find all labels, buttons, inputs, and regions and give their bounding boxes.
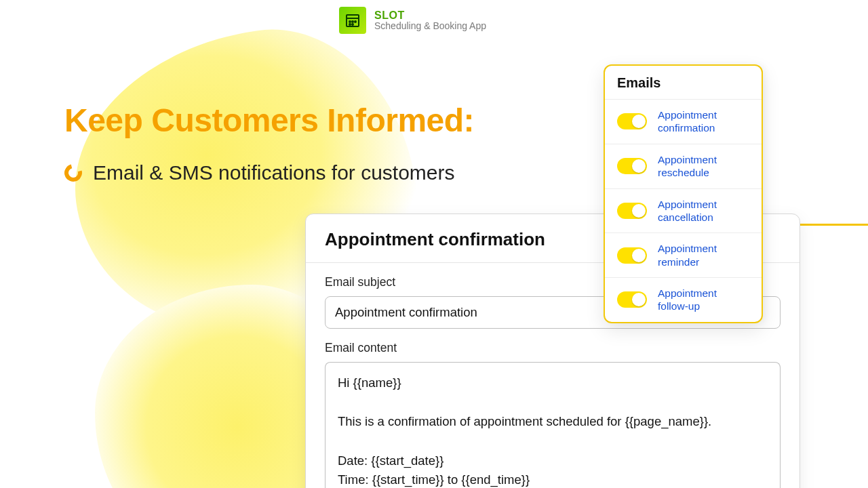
svg-point-3 [352,21,353,22]
emails-row-label: Appointment cancellation [658,198,749,224]
bullet-ring-icon [61,161,85,185]
brand-subtitle: Scheduling & Booking App [374,20,486,31]
svg-point-4 [355,21,356,22]
emails-row-cancellation[interactable]: Appointment cancellation [605,188,762,233]
emails-row-follow-up[interactable]: Appointment follow-up [605,277,762,322]
emails-panel: Emails Appointment confirmation Appointm… [604,64,763,323]
emails-row-reschedule[interactable]: Appointment reschedule [605,144,762,188]
email-content-label: Email content [325,341,781,355]
toggle-appointment-reschedule[interactable] [617,158,647,174]
email-content-editor[interactable]: Hi {{name}} This is a confirmation of ap… [325,362,781,488]
brand-header: SLOT Scheduling & Booking App [339,7,486,34]
toggle-appointment-follow-up[interactable] [617,291,647,308]
svg-point-6 [352,24,353,25]
page-subline: Email & SMS notifications for customers [93,161,455,184]
subline-row: Email & SMS notifications for customers [64,161,455,184]
emails-row-label: Appointment confirmation [658,108,749,135]
emails-row-confirmation[interactable]: Appointment confirmation [605,99,762,144]
emails-row-reminder[interactable]: Appointment reminder [605,232,762,277]
toggle-appointment-reminder[interactable] [617,247,647,264]
toggle-appointment-cancellation[interactable] [617,203,647,219]
brand-logo-icon [339,7,366,34]
toggle-appointment-confirmation[interactable] [617,113,647,129]
svg-point-2 [349,21,351,22]
emails-row-label: Appointment follow-up [658,287,749,313]
emails-row-label: Appointment reschedule [658,153,749,180]
svg-point-5 [349,24,351,25]
emails-row-label: Appointment reminder [658,242,749,268]
emails-panel-title: Emails [605,66,762,99]
page-headline: Keep Customers Informed: [64,102,474,139]
